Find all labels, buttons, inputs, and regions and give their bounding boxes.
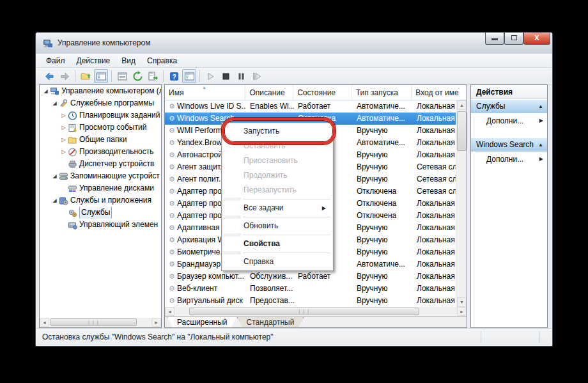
list-vertical-scrollbar[interactable]: ▲ ▼ [456, 100, 467, 307]
service-startup-type: Автоматиче... [353, 113, 413, 125]
export-list-icon[interactable] [115, 69, 129, 83]
menu-help[interactable]: Справка [141, 54, 183, 67]
tree-item-label: Диспетчер устройств [79, 158, 154, 170]
scroll-right-icon[interactable]: ► [457, 307, 467, 316]
service-description: Предостав... [246, 295, 294, 307]
service-gear-icon: ⚙ [169, 127, 175, 134]
actions-section-label: Windows Search [476, 138, 534, 152]
service-description: Enables Wi... [246, 100, 294, 113]
view-tabs: РасширенныйСтандартный [165, 317, 467, 327]
context-menu-item-приостановить: Приостановить [223, 153, 332, 168]
scroll-down-icon[interactable]: ▼ [457, 297, 467, 307]
close-button[interactable]: X [523, 33, 550, 45]
tree-item-управление-компьютером-л[interactable]: ◢Управление компьютером (л [40, 85, 161, 97]
scroll-thumb[interactable]: ❘❘❘ [189, 308, 419, 315]
service-gear-icon: ⚙ [169, 285, 175, 292]
back-icon[interactable] [42, 69, 56, 83]
expander-expanded-icon[interactable]: ◢ [42, 85, 49, 97]
service-row[interactable]: ⚙Веб-клиентПозволяет...ВручнуюЛокальная [165, 283, 467, 295]
help-icon[interactable]: ? [167, 69, 181, 83]
refresh-icon[interactable] [130, 69, 144, 83]
title-bar[interactable]: Управление компьютером X [36, 33, 552, 54]
actions-section-header-windows-search[interactable]: Windows Search▲ [471, 138, 547, 152]
service-startup-type: Вручную [353, 125, 413, 137]
maximize-button[interactable] [504, 33, 523, 45]
export-icon[interactable] [146, 69, 160, 83]
forward-icon[interactable] [58, 69, 72, 83]
service-state [294, 283, 353, 295]
context-menu-item-справка[interactable]: Справка [223, 254, 332, 269]
expander-collapsed-icon[interactable]: ▷ [60, 146, 67, 158]
tree-item-службы-и-приложения[interactable]: ◢Службы и приложения [40, 194, 161, 207]
context-menu-item-все-задачи[interactable]: Все задачи▶ [223, 201, 332, 215]
service-startup-type: Отключена [353, 210, 413, 222]
start-service-icon[interactable] [203, 69, 217, 83]
column-header-label: Вход от име [415, 88, 458, 97]
tree-item-служебные-программы[interactable]: ◢Служебные программы [40, 97, 161, 109]
scroll-left-icon[interactable]: ◄ [165, 307, 174, 316]
expander-collapsed-icon[interactable]: ▷ [60, 134, 67, 146]
actions-gap [471, 167, 547, 176]
service-row[interactable]: ⚙Виртуальный дискПредостав...ВручнуюЛока… [165, 295, 467, 307]
actions-section-header-службы[interactable]: Службы▲ [471, 100, 547, 113]
stop-service-icon[interactable] [219, 69, 233, 83]
pause-service-icon[interactable] [234, 69, 248, 83]
column-header-имя[interactable]: Имя▲ [165, 85, 245, 100]
column-header-описание[interactable]: Описание [245, 85, 293, 100]
expander-collapsed-icon[interactable]: ▷ [60, 121, 67, 134]
toolbar-separator [75, 70, 75, 82]
minimize-button[interactable] [485, 33, 504, 45]
scroll-right-icon[interactable]: ► [151, 318, 161, 327]
tree-item-общие-папки[interactable]: ▷Общие папки [40, 134, 161, 146]
tree-item-управляющий-элемен[interactable]: Управляющий элемен [40, 219, 161, 231]
action-pane-icon[interactable] [182, 69, 196, 83]
console-tree-icon[interactable] [94, 69, 108, 83]
scroll-thumb[interactable]: ❘❘❘ [50, 318, 137, 326]
collapse-icon[interactable]: ▲ [538, 100, 543, 113]
tree-item-службы[interactable]: Службы [40, 207, 161, 219]
tree-item-label: Управление компьютером (л [61, 85, 161, 97]
tree-item-планировщик-заданий[interactable]: ▷Планировщик заданий [40, 109, 161, 121]
scroll-up-icon[interactable]: ▲ [457, 100, 467, 110]
menu-view[interactable]: Вид [116, 54, 141, 67]
actions-more-item[interactable]: Дополни...▶ [471, 113, 547, 129]
actions-section-label: Службы [476, 100, 505, 113]
tab-стандартный[interactable]: Стандартный [237, 317, 304, 328]
expander-collapsed-icon[interactable]: ▷ [60, 109, 67, 121]
collapse-icon[interactable]: ▲ [538, 138, 543, 152]
menu-action[interactable]: Действие [71, 54, 116, 67]
service-row[interactable]: ⚙Браузер компьют...Обслужив...РаботаетВр… [165, 270, 467, 283]
service-startup-type: Вручную [353, 270, 413, 283]
tree-item-управление-дисками[interactable]: Управление дисками [40, 182, 161, 194]
context-menu-item-обновить[interactable]: Обновить [223, 219, 332, 233]
tree-item-запоминающие-устройст[interactable]: ◢Запоминающие устройст [40, 170, 161, 182]
context-menu-item-свойства[interactable]: Свойства [223, 237, 332, 251]
actions-more-item[interactable]: Дополни...▶ [471, 152, 547, 167]
menu-file[interactable]: Файл [40, 54, 71, 67]
service-startup-type: Отключена [353, 198, 413, 210]
toolbar-separator [111, 70, 112, 82]
service-row[interactable]: ⚙Windows Live ID S...Enables Wi...Работа… [165, 100, 467, 113]
submenu-arrow-icon: ▶ [539, 152, 543, 167]
expander-expanded-icon[interactable]: ◢ [51, 170, 58, 182]
column-header-состояние[interactable]: Состояние [293, 85, 352, 100]
restart-service-icon[interactable] [249, 69, 263, 83]
column-header-тип-запуска[interactable]: Тип запуска [352, 85, 412, 100]
tree-item-диспетчер-устройств[interactable]: Диспетчер устройств [40, 158, 161, 170]
tab-расширенный[interactable]: Расширенный [167, 317, 237, 328]
tree-item-просмотр-событий[interactable]: ▷Просмотр событий [40, 121, 161, 134]
list-horizontal-scrollbar[interactable]: ◄ ► ❘❘❘ [165, 307, 467, 317]
up-level-icon[interactable] [79, 69, 93, 83]
column-header-вход-от-име[interactable]: Вход от име [412, 85, 467, 100]
scroll-left-icon[interactable]: ◄ [40, 318, 49, 327]
scroll-thumb[interactable] [457, 111, 467, 151]
expander-expanded-icon[interactable]: ◢ [51, 97, 58, 109]
service-gear-icon: ⚙ [169, 163, 175, 171]
submenu-arrow-icon: ▶ [322, 201, 326, 215]
expander-expanded-icon[interactable]: ◢ [51, 194, 58, 207]
device-manager-icon [68, 160, 77, 169]
service-gear-icon: ⚙ [169, 297, 175, 304]
tree-item-производительность[interactable]: ▷Производительность [40, 146, 161, 158]
tree-item-label: Управление дисками [79, 182, 154, 194]
tree-horizontal-scrollbar[interactable]: ◄ ► ❘❘❘ [40, 318, 161, 327]
